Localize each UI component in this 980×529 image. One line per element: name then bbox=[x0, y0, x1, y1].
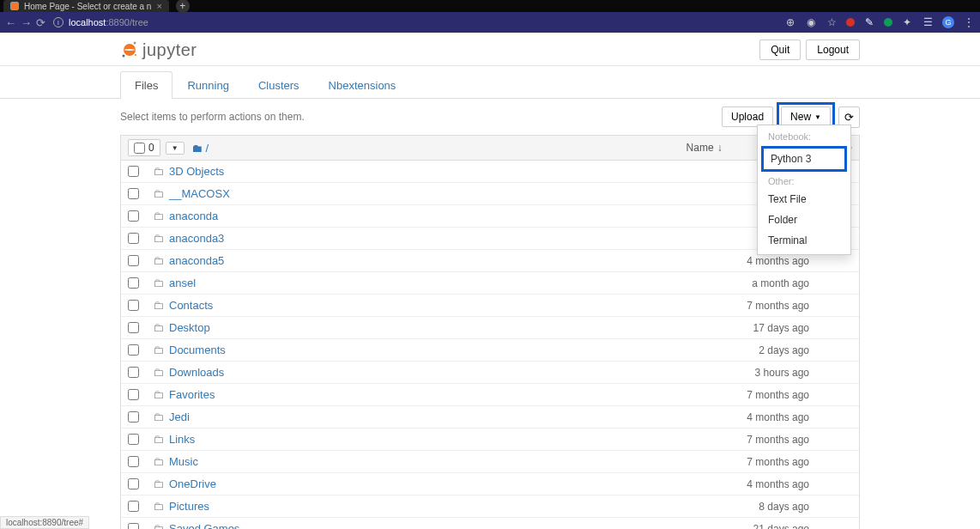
folder-icon: 🗀 bbox=[153, 433, 164, 446]
folder-icon: 🗀 bbox=[153, 232, 164, 245]
folder-icon: 🗀 bbox=[153, 321, 164, 334]
extensions-icon[interactable]: ✦ bbox=[901, 16, 913, 28]
account-icon[interactable]: ◉ bbox=[805, 16, 817, 28]
file-name[interactable]: 3D Objects bbox=[169, 165, 224, 178]
menu-item-folder[interactable]: Folder bbox=[758, 210, 850, 230]
file-checkbox[interactable] bbox=[128, 188, 139, 199]
folder-icon: 🗀 bbox=[153, 410, 164, 423]
file-checkbox[interactable] bbox=[128, 233, 139, 244]
file-name[interactable]: Downloads bbox=[169, 366, 224, 379]
breadcrumb[interactable]: 🖿 / bbox=[191, 142, 209, 155]
menu-item-python3[interactable]: Python 3 bbox=[764, 149, 844, 169]
file-checkbox[interactable] bbox=[128, 501, 139, 512]
select-count[interactable]: 0 bbox=[128, 139, 160, 156]
url-path: /tree bbox=[130, 17, 148, 27]
file-checkbox[interactable] bbox=[128, 411, 139, 423]
file-name[interactable]: Saved Games bbox=[169, 522, 239, 529]
file-modified: 7 months ago bbox=[747, 300, 852, 312]
file-checkbox[interactable] bbox=[128, 523, 139, 529]
menu-icon[interactable]: ⋮ bbox=[963, 16, 975, 28]
back-button[interactable]: ← bbox=[5, 16, 15, 29]
folder-icon: 🗀 bbox=[153, 366, 164, 379]
file-name[interactable]: Links bbox=[169, 433, 195, 446]
file-name[interactable]: anaconda3 bbox=[169, 232, 224, 245]
jupyter-logo[interactable]: jupyter bbox=[120, 40, 197, 60]
new-button-label: New bbox=[790, 111, 811, 123]
folder-icon: 🗀 bbox=[153, 254, 164, 267]
file-name[interactable]: Music bbox=[169, 455, 198, 468]
tab-nbextensions[interactable]: Nbextensions bbox=[314, 71, 411, 99]
logout-button[interactable]: Logout bbox=[806, 40, 860, 60]
file-name[interactable]: Favorites bbox=[169, 388, 215, 401]
menu-item-text-file[interactable]: Text File bbox=[758, 189, 850, 210]
tab-files[interactable]: Files bbox=[120, 71, 172, 99]
profile-avatar[interactable]: G bbox=[942, 16, 954, 28]
browser-tab[interactable]: Home Page - Select or create a n × bbox=[3, 0, 169, 12]
file-row: 🗀OneDrive4 months ago bbox=[121, 473, 859, 496]
file-name[interactable]: anaconda bbox=[169, 210, 218, 222]
file-checkbox[interactable] bbox=[128, 210, 139, 222]
file-checkbox[interactable] bbox=[128, 322, 139, 333]
file-checkbox[interactable] bbox=[128, 344, 139, 356]
file-checkbox[interactable] bbox=[128, 367, 139, 378]
file-row: 🗀anaconda4 months ago bbox=[121, 205, 859, 228]
folder-icon: 🗀 bbox=[153, 344, 164, 356]
folder-icon: 🗀 bbox=[153, 388, 164, 401]
file-name[interactable]: __MACOSX bbox=[169, 187, 230, 200]
sort-arrow-icon: ↓ bbox=[717, 142, 723, 154]
tab-title: Home Page - Select or create a n bbox=[24, 2, 151, 11]
folder-icon: 🗀 bbox=[153, 299, 164, 312]
jupyter-favicon bbox=[10, 2, 19, 10]
file-checkbox[interactable] bbox=[128, 300, 139, 311]
site-info-icon[interactable]: i bbox=[53, 17, 64, 27]
menu-item-terminal[interactable]: Terminal bbox=[758, 230, 850, 251]
file-name[interactable]: OneDrive bbox=[169, 477, 216, 490]
extension-icon-red[interactable] bbox=[846, 18, 855, 27]
file-name[interactable]: anaconda5 bbox=[169, 254, 224, 267]
reading-list-icon[interactable]: ☰ bbox=[922, 16, 934, 28]
file-modified: 4 months ago bbox=[747, 411, 852, 423]
file-checkbox[interactable] bbox=[128, 478, 139, 489]
select-dropdown-arrow[interactable]: ▼ bbox=[166, 142, 185, 155]
close-tab-icon[interactable]: × bbox=[156, 1, 161, 11]
file-row: 🗀Music7 months ago bbox=[121, 451, 859, 473]
brush-icon[interactable]: ✎ bbox=[863, 16, 875, 28]
file-name[interactable]: Documents bbox=[169, 344, 226, 356]
file-modified: 17 days ago bbox=[753, 322, 852, 334]
file-row: 🗀Favorites7 months ago bbox=[121, 384, 859, 406]
new-dropdown-menu: Notebook: Python 3 Other: Text File Fold… bbox=[757, 125, 851, 255]
new-tab-button[interactable]: + bbox=[176, 0, 190, 13]
svg-point-0 bbox=[134, 42, 136, 45]
file-modified: 21 days ago bbox=[753, 523, 852, 530]
select-all-checkbox[interactable] bbox=[134, 143, 145, 154]
star-icon[interactable]: ☆ bbox=[826, 16, 838, 28]
extension-icon-green[interactable] bbox=[884, 18, 892, 27]
tab-running[interactable]: Running bbox=[172, 71, 243, 99]
file-modified: 3 hours ago bbox=[755, 367, 852, 379]
file-name[interactable]: Pictures bbox=[169, 500, 209, 513]
file-name[interactable]: Jedi bbox=[169, 410, 190, 423]
file-checkbox[interactable] bbox=[128, 434, 139, 445]
tab-clusters[interactable]: Clusters bbox=[244, 71, 314, 99]
reload-button[interactable]: ⟳ bbox=[36, 16, 46, 29]
forward-button[interactable]: → bbox=[21, 16, 31, 29]
file-checkbox[interactable] bbox=[128, 456, 139, 467]
file-modified: 4 months ago bbox=[747, 255, 852, 267]
file-name[interactable]: Contacts bbox=[169, 299, 213, 312]
url-host: localhost bbox=[69, 17, 106, 27]
file-checkbox[interactable] bbox=[128, 166, 139, 177]
file-checkbox[interactable] bbox=[128, 255, 139, 266]
file-checkbox[interactable] bbox=[128, 277, 139, 289]
file-row: 🗀Links7 months ago bbox=[121, 429, 859, 451]
file-name[interactable]: ansel bbox=[169, 277, 196, 289]
file-name[interactable]: Desktop bbox=[169, 321, 210, 334]
svg-point-1 bbox=[123, 55, 125, 58]
file-row: 🗀Downloads3 hours ago bbox=[121, 362, 859, 384]
file-row: 🗀Documents2 days ago bbox=[121, 339, 859, 362]
file-row: 🗀Saved Games21 days ago bbox=[121, 518, 859, 529]
address-bar[interactable]: i localhost:8890/tree bbox=[53, 17, 777, 27]
search-icon[interactable]: ⊕ bbox=[784, 16, 796, 28]
sort-name-column[interactable]: Name ↓ bbox=[687, 142, 723, 154]
quit-button[interactable]: Quit bbox=[759, 40, 801, 60]
file-checkbox[interactable] bbox=[128, 389, 139, 400]
